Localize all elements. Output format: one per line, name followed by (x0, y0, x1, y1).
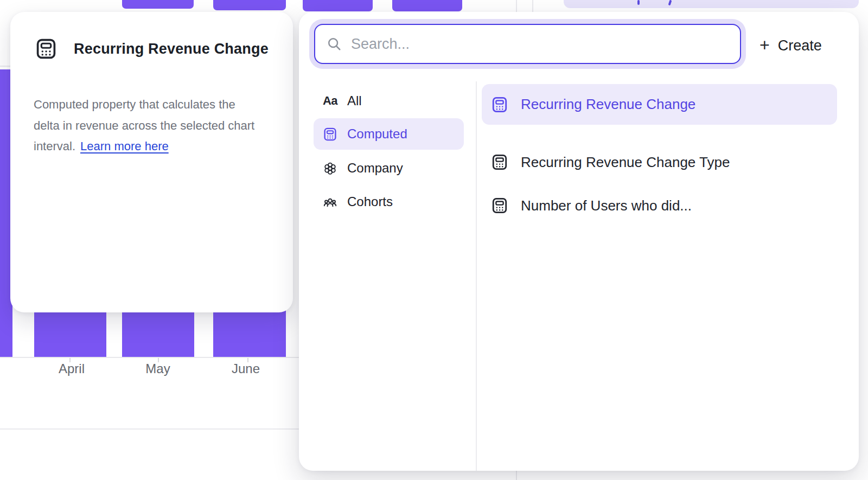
company-cluster-icon (323, 161, 337, 176)
result-item-recurring-revenue-change[interactable]: Recurring Revenue Change (482, 84, 837, 125)
search-field (314, 24, 741, 64)
axis-label-april: April (59, 361, 85, 376)
result-item-number-of-users-who-did[interactable]: Number of Users who did... (482, 189, 837, 222)
tooltip-description-line3-prefix: interval. (34, 139, 75, 153)
letters-aa-icon: Aa (323, 94, 337, 108)
chart-bar-remnant (213, 0, 286, 10)
tooltip-description-line3: interval.Learn more here (34, 136, 254, 157)
x-axis-line (0, 357, 299, 358)
bg-vertical-divider-2 (532, 0, 533, 13)
plus-icon: + (760, 36, 770, 54)
result-label: Recurring Revenue Change (521, 96, 695, 113)
calculator-icon (491, 153, 508, 171)
calculator-icon (35, 37, 58, 60)
pill-text-descender (637, 0, 640, 5)
tooltip-title: Recurring Revenue Change (74, 41, 269, 57)
calculator-icon (323, 127, 337, 142)
cohorts-people-icon (323, 195, 337, 209)
tooltip-description-line1: Computed property that calculates the (34, 94, 254, 116)
learn-more-link[interactable]: Learn more here (80, 139, 169, 153)
result-label: Recurring Revenue Change Type (521, 154, 730, 171)
filter-item-company[interactable]: Company (314, 156, 464, 180)
result-label: Number of Users who did... (521, 197, 692, 214)
bg-horizontal-divider (0, 428, 299, 430)
property-picker-popover: + Create Aa All Computed Company (299, 12, 859, 471)
property-trigger-pill[interactable] (564, 0, 859, 8)
tooltip-description-line2: delta in revenue across the selected cha… (34, 116, 254, 137)
filter-label: Computed (347, 126, 407, 142)
search-input[interactable] (315, 25, 740, 63)
filter-label: Cohorts (347, 194, 393, 209)
axis-label-may: May (145, 361, 170, 376)
app-background: April May June Recurring Revenue Change … (0, 0, 868, 480)
calculator-icon (491, 96, 508, 113)
create-button-label: Create (778, 37, 822, 54)
panel-divider (476, 81, 477, 471)
filter-item-cohorts[interactable]: Cohorts (314, 190, 464, 214)
chart-bar-remnant (122, 0, 194, 9)
chart-bar-remnant (303, 0, 373, 11)
calculator-icon (491, 197, 508, 214)
result-item-recurring-revenue-change-type[interactable]: Recurring Revenue Change Type (482, 146, 837, 178)
filter-label: Company (347, 161, 403, 176)
filter-item-computed[interactable]: Computed (314, 118, 464, 150)
create-button[interactable]: + Create (760, 34, 822, 57)
bg-card-border-top-left (0, 66, 11, 67)
axis-label-june: June (232, 361, 260, 376)
property-tooltip-card: Recurring Revenue Change Computed proper… (10, 12, 293, 312)
filter-item-all[interactable]: Aa All (314, 89, 464, 113)
tooltip-description: Computed property that calculates the de… (34, 94, 254, 157)
chart-bar-remnant (392, 0, 462, 11)
filter-label: All (347, 93, 362, 108)
